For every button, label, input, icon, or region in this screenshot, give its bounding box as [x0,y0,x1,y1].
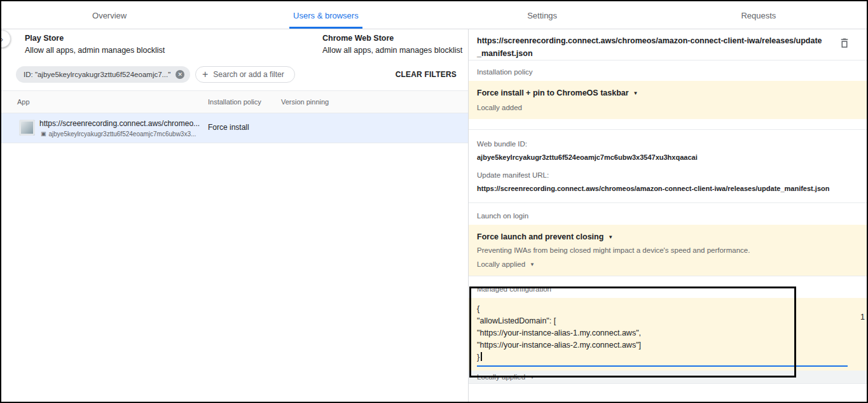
config-json-line: "https://your-instance-alias-2.my.connec… [477,339,858,351]
app-row-id: ajbye5keylrcyakugr3zttu6f524eoamjc7mc6ub… [49,131,196,138]
chrome-web-store-title: Chrome Web Store [322,34,462,43]
config-json-line: "https://your-instance-alias-1.my.connec… [477,327,858,339]
plus-icon: + [202,69,208,80]
chevron-down-icon: ▼ [530,374,535,380]
app-icon [19,120,35,136]
tab-bar: Overview Users & browsers Settings Reque… [1,1,867,29]
config-json-line: "allowListedDomain": [ [477,315,858,327]
managed-configuration-section-label: Managed configuration [477,285,867,293]
active-filter-chip-label: ID: "ajbye5keylrcyakugr3zttu6f524eoamjc7… [24,71,170,78]
config-json-line-text: } [477,353,479,362]
detail-header: https://screenrecording.connect.aws/chro… [469,29,867,60]
column-header-version-pinning: Version pinning [281,98,329,106]
launch-on-login-status: Locally applied [477,260,525,268]
spacer [469,119,867,129]
launch-on-login-card: Force launch and prevent closing▼ Preven… [469,225,867,276]
clear-filters-button[interactable]: CLEAR FILTERS [396,70,457,79]
app-detail-panel: https://screenrecording.connect.aws/chro… [469,29,867,403]
chrome-web-store-subtitle: Allow all apps, admin manages blocklist [322,46,462,55]
chevron-right-icon: › [1,34,3,44]
play-store-subtitle: Allow all apps, admin manages blocklist [25,46,165,55]
installation-policy-section-label: Installation policy [477,68,867,76]
remove-filter-icon[interactable]: ✕ [176,70,184,79]
tab-requests[interactable]: Requests [651,1,867,29]
tab-overview[interactable]: Overview [1,1,217,29]
column-header-installation-policy: Installation policy [208,98,261,106]
launch-on-login-section-label: Launch on login [477,212,867,220]
launch-on-login-status-dropdown[interactable]: Locally applied▼ [477,260,858,268]
tab-users-and-browsers-label: Users & browsers [289,3,362,29]
managed-configuration-status: Locally applied [477,373,525,381]
web-bundle-id-label: Web bundle ID: [477,140,858,148]
chevron-down-icon: ▼ [608,234,613,240]
update-manifest-field: Update manifest URL: https://screenrecor… [477,171,858,192]
app-row-id-line: ▣ ajbye5keylrcyakugr3zttu6f524eoamjc7mc6… [41,131,196,138]
chevron-down-icon: ▼ [633,90,638,96]
managed-configuration-editor[interactable]: { "allowListedDomain": [ "https://your-i… [469,298,867,371]
active-filter-chip[interactable]: ID: "ajbye5keylrcyakugr3zttu6f524eoamjc7… [16,66,190,83]
divider [469,276,867,276]
installation-policy-status: Locally added [477,104,858,111]
web-app-icon: ▣ [41,131,46,137]
config-json-line: } [477,351,858,364]
main-content: Play Store Allow all apps, admin manages… [1,29,867,403]
managed-configuration-status-dropdown[interactable]: Locally applied▼ [469,371,867,383]
divider [469,129,867,130]
divider [469,60,867,60]
launch-on-login-warning: Preventing IWAs from being closed might … [477,246,858,254]
app-row-url: https://screenrecording.connect.aws/chro… [39,119,200,128]
launch-on-login-value: Force launch and prevent closing [477,232,603,241]
table-row[interactable]: https://screenrecording.connect.aws/chro… [1,113,468,143]
add-filter-label: Search or add a filter [213,70,284,79]
web-bundle-id-value: ajbye5keylrcyakugr3zttu6f524eoamjc7mc6ub… [477,153,858,161]
installation-policy-value: Force install + pin to ChromeOS taskbar [477,88,629,97]
detail-title: https://screenrecording.connect.aws/chro… [477,34,822,60]
app-row-installation-policy: Force install [208,123,249,132]
launch-on-login-dropdown[interactable]: Force launch and prevent closing▼ [477,232,858,241]
spacer [469,192,867,202]
clipped-edge-text: 1 [860,313,865,322]
play-store-policy: Play Store Allow all apps, admin manages… [25,34,165,55]
filter-bar: ID: "ajbye5keylrcyakugr3zttu6f524eoamjc7… [1,60,468,90]
web-bundle-id-field: Web bundle ID: ajbye5keylrcyakugr3zttu6f… [477,140,858,161]
installation-policy-dropdown[interactable]: Force install + pin to ChromeOS taskbar▼ [477,88,858,97]
column-header-app: App [17,98,30,106]
textfield-focus-underline [477,365,848,367]
divider [469,383,867,384]
tab-overview-label: Overview [88,3,130,29]
text-cursor [481,352,482,361]
installation-policy-card: Force install + pin to ChromeOS taskbar▼… [469,81,867,119]
update-manifest-value: https://screenrecording.connect.aws/chro… [477,185,858,192]
chevron-down-icon: ▼ [530,262,535,267]
config-json-line: { [477,303,858,315]
tab-settings[interactable]: Settings [434,1,651,29]
chrome-apps-admin-page: Overview Users & browsers Settings Reque… [0,0,868,403]
update-manifest-label: Update manifest URL: [477,171,858,179]
play-store-title: Play Store [25,34,165,43]
app-list-panel: Play Store Allow all apps, admin manages… [1,29,469,403]
trash-icon [839,37,850,50]
tab-settings-label: Settings [523,3,561,29]
divider [469,202,867,203]
delete-app-button[interactable] [839,37,850,50]
tab-requests-label: Requests [737,3,780,29]
chrome-web-store-policy: Chrome Web Store Allow all apps, admin m… [322,34,462,55]
app-table-header: App Installation policy Version pinning [1,90,468,113]
add-filter-button[interactable]: + Search or add a filter [195,66,295,83]
tab-users-and-browsers[interactable]: Users & browsers [217,1,434,29]
